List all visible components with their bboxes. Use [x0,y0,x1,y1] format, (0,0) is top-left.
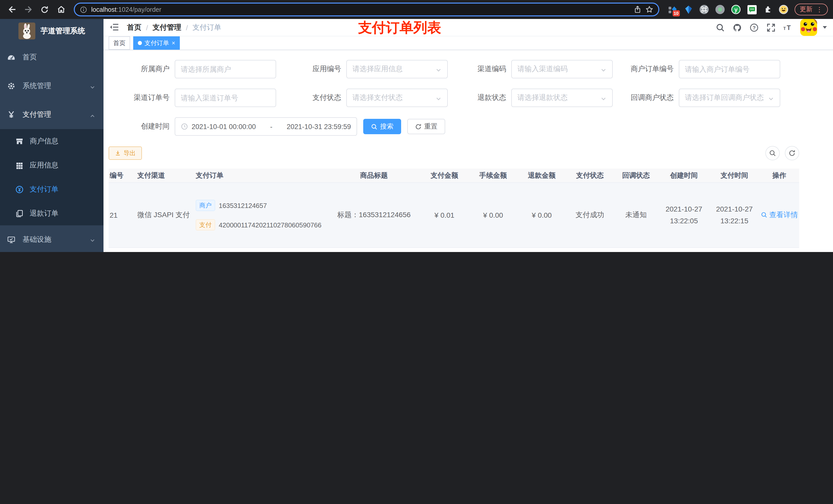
extensions-puzzle-icon[interactable] [763,5,772,14]
channel-order-no-input[interactable] [175,89,276,107]
chevron-down-icon [435,95,442,101]
documents-icon [15,209,24,217]
extension-badge: 10 [672,10,680,16]
tab-home[interactable]: 首页 [109,37,130,50]
github-icon[interactable] [733,23,742,32]
monitor-icon [7,235,15,243]
chevron-down-icon [90,83,95,89]
breadcrumb-home[interactable]: 首页 [127,23,141,32]
chevron-down-icon [90,237,95,242]
sidebar-item-merchant-info[interactable]: 商户信息 [0,129,103,153]
app-logo[interactable]: 芋道管理系统 [0,19,103,43]
breadcrumb-separator: / [146,23,148,31]
avatar-caret-icon[interactable] [823,26,827,29]
kite-extension-icon[interactable] [684,5,693,14]
share-icon[interactable] [634,6,641,13]
channel-order-no-field[interactable] [181,94,270,102]
pay-status-select[interactable]: 请选择支付状态 [346,89,448,107]
sidebar-item-home[interactable]: 首页 [0,43,103,72]
tab-pay-order[interactable]: 支付订单 × [133,37,180,50]
user-avatar[interactable] [800,19,817,36]
home-button[interactable] [54,3,68,16]
sidebar-item-pay-order[interactable]: 支付订单 [0,177,103,201]
breadcrumb: 首页 / 支付管理 / 支付订单 [127,23,221,32]
browser-update-button[interactable]: 更新 ⋮ [794,4,828,15]
tasks-extension-icon[interactable]: 10 [668,5,677,14]
sidebar-item-system[interactable]: 系统管理 [0,72,103,100]
cell-fee: ¥ 0.00 [469,211,518,219]
sidebar-item-label: 商户信息 [30,137,58,146]
cell-notify: 未通知 [614,211,658,220]
filter-label: 渠道订单号 [109,93,170,102]
download-icon [115,150,121,156]
reload-button[interactable] [38,3,51,16]
payment-submenu: 商户信息 应用信息 支付订单 [0,129,103,225]
merchant-order-no-input[interactable] [679,60,780,78]
filter-row-3: 创建时间 2021-10-01 00:00:00 - 2021-10-31 23… [109,117,828,136]
date-range-picker[interactable]: 2021-10-01 00:00:00 - 2021-10-31 23:59:5… [175,117,357,136]
update-label: 更新 [800,5,812,14]
cell-refund: ¥ 0.00 [518,211,566,219]
home-icon [56,5,65,14]
forward-button[interactable] [22,3,35,16]
url-path: :1024/pay/order [117,6,161,13]
sidebar-item-label: 支付订单 [30,185,58,194]
url-bar[interactable]: localhost:1024/pay/order [74,3,659,16]
refresh-table-button[interactable] [785,146,799,160]
sidebar-item-refund-order[interactable]: 退款订单 [0,201,103,225]
sidebar-fold-icon[interactable] [110,24,119,31]
header-search-icon[interactable] [716,23,725,32]
help-icon[interactable]: ? [749,23,759,32]
bookmark-star-icon[interactable] [645,6,653,13]
top-navbar: 首页 / 支付管理 / 支付订单 支付订单列表 ? [103,19,833,37]
view-detail-link[interactable]: 查看详情 [761,211,798,220]
page-content: 所属商户 应用编号 请选择应用信息 渠道编码 请输入渠道编码 商户订单编号 [103,50,833,252]
filter-label: 渠道编码 [457,65,506,74]
record-extension-icon[interactable] [715,5,725,14]
merchant-no: 1635312124657 [219,201,267,209]
merchant-input-field[interactable] [181,65,270,73]
fullscreen-icon[interactable] [766,23,776,32]
font-size-icon[interactable]: TT [783,23,792,32]
merchant-order-no-field[interactable] [685,65,774,73]
app-select[interactable]: 请选择应用信息 [346,60,448,78]
emoji-extension-icon[interactable] [779,5,788,14]
chat-extension-icon[interactable] [747,5,757,14]
reset-button[interactable]: 重置 [407,119,445,134]
notify-status-select[interactable]: 请选择订单回调商户状态 [679,89,780,107]
dashboard-icon [7,53,15,62]
tab-close-icon[interactable]: × [172,40,175,46]
sidebar-item-payment[interactable]: 支付管理 [0,100,103,129]
filter-label: 创建时间 [109,122,170,131]
sidebar: 芋道管理系统 首页 系统管理 支付管理 [0,19,103,252]
table-toolbar: 导出 [109,146,828,160]
filter-row-1: 所属商户 应用编号 请选择应用信息 渠道编码 请输入渠道编码 商户订单编号 [109,60,828,78]
chevron-up-icon [90,112,95,118]
filter-label: 回调商户状态 [622,93,674,102]
date-start: 2021-10-01 00:00:00 [192,123,256,130]
cell-id: 21 [109,211,134,219]
chevron-down-icon [600,66,606,72]
refund-status-select[interactable]: 请选择退款状态 [511,89,613,107]
sidebar-item-infra[interactable]: 基础设施 [0,225,103,252]
search-icon [769,149,776,157]
toggle-search-button[interactable] [765,146,780,160]
cell-title: 标题：1635312124656 [328,211,420,220]
sidebar-item-app-info[interactable]: 应用信息 [0,153,103,177]
logo-image [19,23,35,40]
back-icon [7,5,16,14]
url-text: localhost:1024/pay/order [91,6,161,13]
table-row[interactable]: 21 微信 JSAPI 支付 商户1635312124657 支付4200001… [109,183,799,248]
browser-menu-icon[interactable]: ⋮ [816,6,823,13]
channel-code-select[interactable]: 请输入渠道编码 [511,60,613,78]
y-extension-icon[interactable]: y [731,5,741,14]
search-button[interactable]: 搜索 [363,119,401,134]
refresh-icon [788,149,795,157]
table-row[interactable]: 20 微信 JSAPI 支付 商户1635311949168 支付4200001… [109,248,799,252]
back-button[interactable] [5,3,19,16]
filter-label: 所属商户 [109,65,170,74]
export-button[interactable]: 导出 [109,146,142,160]
breadcrumb-pay-mgmt[interactable]: 支付管理 [153,23,181,32]
merchant-input[interactable] [175,60,276,78]
command-extension-icon[interactable] [699,5,709,14]
